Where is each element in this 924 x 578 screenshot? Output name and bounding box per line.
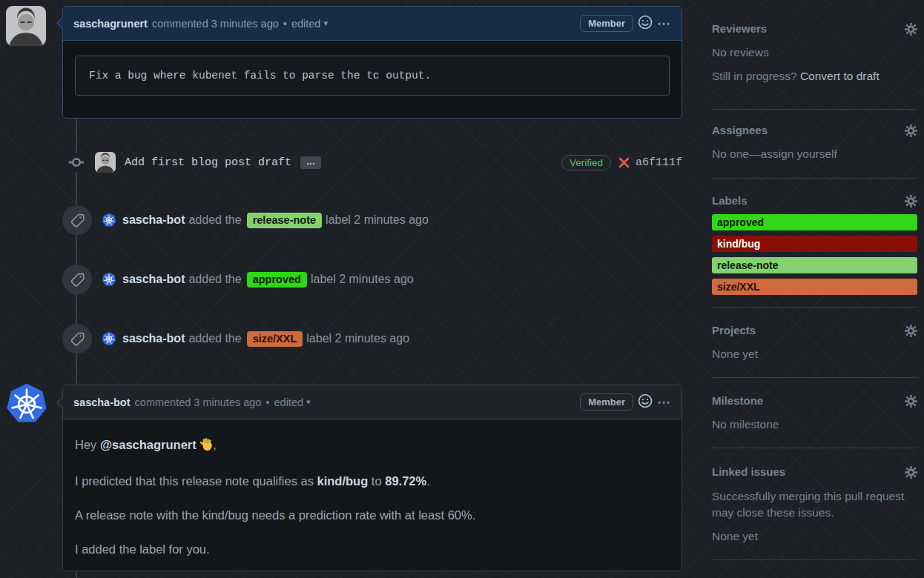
event-timestamp[interactable]: label 2 minutes ago: [311, 273, 414, 286]
text: ,: [213, 438, 217, 451]
text: Still in progress?: [712, 70, 800, 82]
reviewers-empty: No reviews: [712, 46, 917, 59]
gear-icon[interactable]: [905, 195, 917, 207]
avatar-sascha-bot[interactable]: [102, 213, 116, 227]
assign-yourself-link[interactable]: assign yourself: [760, 147, 836, 160]
comment-caret: [52, 17, 64, 29]
avatar-sascha-bot-large[interactable]: [5, 382, 48, 425]
projects-empty: None yet: [712, 348, 917, 361]
bold-text: 89.72%: [385, 474, 426, 488]
comment-timestamp[interactable]: commented 3 minutes ago: [135, 396, 262, 408]
label-event: sascha-bot added the size/XXL label 2 mi…: [62, 324, 682, 353]
section-title: Linked issues: [712, 465, 785, 479]
sidebar-label-release-note[interactable]: release-note: [712, 257, 917, 273]
tag-icon: [62, 324, 92, 353]
sidebar: Reviewers No reviews Still in progress? …: [712, 22, 917, 560]
edited-dropdown[interactable]: edited ▾: [291, 18, 328, 30]
git-commit-icon: [62, 153, 90, 172]
commit-event: Add first blog post draft … Verified a6f…: [62, 150, 682, 174]
convert-to-draft-row: Still in progress? Convert to draft: [712, 70, 917, 83]
linked-issues-description: Successfully merging this pull request m…: [712, 488, 917, 521]
mention-link[interactable]: @saschagrunert: [100, 438, 197, 451]
section-title: Assignees: [712, 124, 768, 137]
gear-icon[interactable]: [905, 395, 917, 408]
event-text: added the: [188, 213, 241, 227]
dot-separator: •: [283, 18, 287, 30]
tag-icon: [62, 265, 92, 294]
comment-header: sascha-bot commented 3 minutes ago • edi…: [63, 385, 682, 419]
release-note-codeblock: Fix a bug where kubenet fails to parse t…: [75, 56, 670, 96]
text: Hey: [75, 438, 100, 451]
event-timestamp[interactable]: label 2 minutes ago: [306, 332, 409, 345]
gear-icon[interactable]: [905, 124, 917, 137]
dot-separator: •: [265, 396, 269, 408]
chevron-down-icon: ▾: [306, 397, 311, 407]
sidebar-label-approved[interactable]: approved: [712, 214, 917, 230]
assignees-empty-row: No one—assign yourself: [712, 147, 917, 161]
divider: [712, 448, 917, 448]
event-actor-link[interactable]: sascha-bot: [122, 213, 185, 227]
labels-list: approved kind/bug release-note size/XXL: [712, 214, 917, 295]
comment-paragraph: I predicted that this release note quali…: [75, 472, 670, 490]
section-title: Reviewers: [712, 22, 767, 36]
comment-author-link[interactable]: sascha-bot: [73, 396, 131, 408]
commit-author-avatar[interactable]: [95, 152, 116, 173]
event-actor-link[interactable]: sascha-bot: [122, 332, 185, 345]
commit-message-link[interactable]: Add first blog post draft: [125, 156, 291, 169]
section-title: Projects: [712, 324, 756, 337]
text: I predicted that this release note quali…: [75, 474, 317, 488]
comment-paragraph: I added the label for you.: [75, 540, 670, 558]
member-badge: Member: [580, 15, 633, 32]
convert-to-draft-link[interactable]: Convert to draft: [800, 70, 880, 82]
bold-text: kind/bug: [317, 474, 369, 488]
linked-issues-section-header: Linked issues: [712, 465, 917, 479]
event-actor-link[interactable]: sascha-bot: [122, 273, 185, 286]
edited-label: edited: [291, 18, 321, 30]
commit-expand-button[interactable]: …: [300, 156, 321, 169]
ci-failure-x-icon[interactable]: [618, 157, 630, 168]
divider: [712, 109, 917, 110]
label-event: sascha-bot added the release-note label …: [62, 205, 682, 235]
text: No one—: [712, 147, 760, 160]
sidebar-label-size-xxl[interactable]: size/XXL: [712, 279, 917, 295]
member-badge: Member: [580, 393, 633, 411]
comment-body: Hey @saschagrunert , I predicted that th…: [63, 419, 682, 558]
sidebar-label-kind-bug[interactable]: kind/bug: [712, 236, 917, 252]
event-text: added the: [188, 332, 241, 345]
verified-badge[interactable]: Verified: [561, 155, 611, 170]
avatar-sascha-bot[interactable]: [102, 331, 116, 346]
comment-sascha-bot: sascha-bot commented 3 minutes ago • edi…: [62, 385, 682, 571]
comment-author-link[interactable]: saschagrunert: [73, 18, 148, 30]
label-event: sascha-bot added the approved label 2 mi…: [62, 265, 682, 294]
labels-section-header: Labels: [712, 194, 917, 207]
assignees-section-header: Assignees: [712, 124, 917, 137]
chevron-down-icon: ▾: [323, 19, 328, 28]
gear-icon[interactable]: [905, 466, 917, 479]
event-text: added the: [188, 273, 241, 286]
divider: [712, 307, 917, 308]
emoji-reaction-button[interactable]: [638, 15, 653, 32]
label-chip[interactable]: size/XXL: [247, 331, 303, 347]
gear-icon[interactable]: [905, 23, 917, 36]
edited-dropdown[interactable]: edited ▾: [274, 396, 311, 408]
label-chip[interactable]: release-note: [247, 213, 322, 228]
comment-caret: [52, 396, 64, 408]
tag-icon: [62, 205, 92, 235]
comment-timestamp[interactable]: commented 3 minutes ago: [152, 18, 279, 30]
commit-sha-link[interactable]: a6f111f: [636, 156, 682, 169]
comment-header: saschagrunert commented 3 minutes ago • …: [63, 7, 682, 41]
comment-body: Fix a bug where kubenet fails to parse t…: [63, 41, 682, 110]
event-timestamp[interactable]: label 2 minutes ago: [326, 213, 429, 227]
avatar-sascha-bot[interactable]: [102, 272, 116, 287]
kebab-menu-icon[interactable]: ⋯: [657, 16, 671, 32]
milestone-section-header: Milestone: [712, 394, 917, 408]
kebab-menu-icon[interactable]: ⋯: [657, 394, 671, 411]
emoji-reaction-button[interactable]: [638, 393, 653, 411]
gear-icon[interactable]: [905, 325, 917, 337]
comment-paragraph: A release note with the kind/bug needs a…: [75, 506, 670, 524]
label-chip[interactable]: approved: [247, 272, 307, 288]
milestone-empty: No milestone: [712, 418, 917, 431]
reviewers-section-header: Reviewers: [712, 22, 917, 36]
comment-paragraph: Hey @saschagrunert ,: [75, 436, 670, 456]
avatar-saschagrunert[interactable]: [6, 6, 46, 46]
